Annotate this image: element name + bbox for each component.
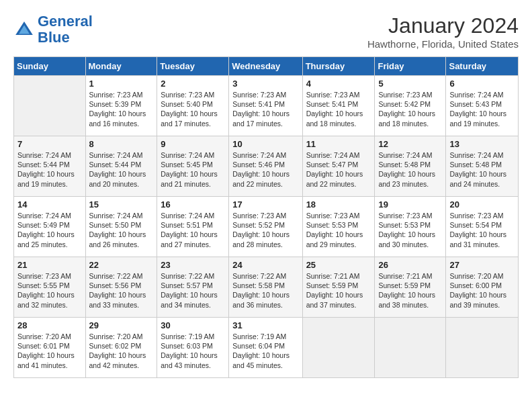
calendar-cell: 19Sunrise: 7:23 AMSunset: 5:53 PMDayligh… [375, 197, 446, 257]
calendar-cell: 26Sunrise: 7:21 AMSunset: 5:59 PMDayligh… [375, 257, 446, 318]
logo-icon [13, 19, 35, 40]
title-area: January 2024 Hawthorne, Florida, United … [367, 13, 519, 50]
day-info: Sunrise: 7:23 AMSunset: 5:55 PMDaylight:… [17, 271, 82, 310]
day-number: 5 [378, 79, 442, 89]
day-number: 6 [449, 79, 515, 89]
weekday-header-thursday: Thursday [302, 57, 375, 76]
day-number: 25 [306, 260, 371, 270]
calendar-cell: 5Sunrise: 7:23 AMSunset: 5:42 PMDaylight… [375, 76, 446, 136]
weekday-header-tuesday: Tuesday [157, 57, 229, 76]
weekday-header-monday: Monday [85, 57, 157, 76]
calendar-cell [446, 318, 519, 378]
day-info: Sunrise: 7:20 AMSunset: 6:02 PMDaylight:… [89, 332, 154, 370]
day-info: Sunrise: 7:23 AMSunset: 5:42 PMDaylight:… [378, 90, 442, 128]
calendar-cell: 29Sunrise: 7:20 AMSunset: 6:02 PMDayligh… [85, 318, 157, 378]
calendar-cell: 11Sunrise: 7:24 AMSunset: 5:47 PMDayligh… [302, 136, 375, 197]
day-number: 26 [378, 260, 442, 270]
day-number: 16 [161, 199, 225, 210]
day-number: 24 [232, 260, 298, 270]
day-number: 31 [232, 320, 298, 330]
calendar-cell: 17Sunrise: 7:23 AMSunset: 5:52 PMDayligh… [229, 197, 302, 257]
day-info: Sunrise: 7:22 AMSunset: 5:56 PMDaylight:… [89, 271, 154, 310]
day-info: Sunrise: 7:20 AMSunset: 6:01 PMDaylight:… [17, 332, 82, 370]
day-info: Sunrise: 7:23 AMSunset: 5:53 PMDaylight:… [306, 211, 371, 249]
day-info: Sunrise: 7:24 AMSunset: 5:44 PMDaylight:… [89, 150, 154, 189]
day-info: Sunrise: 7:22 AMSunset: 5:58 PMDaylight:… [232, 271, 298, 310]
calendar-cell: 14Sunrise: 7:24 AMSunset: 5:49 PMDayligh… [14, 197, 86, 257]
day-info: Sunrise: 7:24 AMSunset: 5:48 PMDaylight:… [378, 150, 442, 189]
calendar-cell: 15Sunrise: 7:24 AMSunset: 5:50 PMDayligh… [85, 197, 157, 257]
day-number: 30 [161, 320, 225, 330]
day-number: 29 [89, 320, 154, 330]
calendar-table: SundayMondayTuesdayWednesdayThursdayFrid… [13, 56, 519, 378]
day-info: Sunrise: 7:24 AMSunset: 5:46 PMDaylight:… [232, 150, 298, 189]
calendar-cell: 30Sunrise: 7:19 AMSunset: 6:03 PMDayligh… [157, 318, 229, 378]
calendar-cell: 2Sunrise: 7:23 AMSunset: 5:40 PMDaylight… [157, 76, 229, 136]
day-info: Sunrise: 7:24 AMSunset: 5:50 PMDaylight:… [89, 211, 154, 249]
weekday-header-sunday: Sunday [14, 57, 86, 76]
week-row-4: 21Sunrise: 7:23 AMSunset: 5:55 PMDayligh… [14, 257, 519, 318]
day-info: Sunrise: 7:24 AMSunset: 5:51 PMDaylight:… [161, 211, 225, 249]
logo: General Blue [13, 13, 93, 46]
calendar-cell: 7Sunrise: 7:24 AMSunset: 5:44 PMDaylight… [14, 136, 86, 197]
day-info: Sunrise: 7:22 AMSunset: 5:57 PMDaylight:… [161, 271, 225, 310]
day-info: Sunrise: 7:21 AMSunset: 5:59 PMDaylight:… [378, 271, 442, 310]
logo-text: General Blue [38, 13, 93, 46]
calendar-cell: 25Sunrise: 7:21 AMSunset: 5:59 PMDayligh… [302, 257, 375, 318]
day-info: Sunrise: 7:24 AMSunset: 5:49 PMDaylight:… [17, 211, 82, 249]
day-number: 3 [232, 79, 298, 89]
calendar-cell: 13Sunrise: 7:24 AMSunset: 5:48 PMDayligh… [446, 136, 519, 197]
day-info: Sunrise: 7:24 AMSunset: 5:47 PMDaylight:… [306, 150, 371, 189]
calendar-cell: 27Sunrise: 7:20 AMSunset: 6:00 PMDayligh… [446, 257, 519, 318]
day-number: 10 [232, 139, 298, 149]
week-row-1: 1Sunrise: 7:23 AMSunset: 5:39 PMDaylight… [14, 76, 519, 136]
week-row-3: 14Sunrise: 7:24 AMSunset: 5:49 PMDayligh… [14, 197, 519, 257]
day-info: Sunrise: 7:23 AMSunset: 5:41 PMDaylight:… [232, 90, 298, 128]
week-row-5: 28Sunrise: 7:20 AMSunset: 6:01 PMDayligh… [14, 318, 519, 378]
day-info: Sunrise: 7:24 AMSunset: 5:44 PMDaylight:… [17, 150, 82, 189]
day-number: 17 [232, 199, 298, 210]
weekday-header-friday: Friday [375, 57, 446, 76]
calendar-cell: 12Sunrise: 7:24 AMSunset: 5:48 PMDayligh… [375, 136, 446, 197]
calendar-cell: 3Sunrise: 7:23 AMSunset: 5:41 PMDaylight… [229, 76, 302, 136]
calendar-cell: 22Sunrise: 7:22 AMSunset: 5:56 PMDayligh… [85, 257, 157, 318]
day-number: 22 [89, 260, 154, 270]
day-info: Sunrise: 7:23 AMSunset: 5:39 PMDaylight:… [89, 90, 154, 128]
day-info: Sunrise: 7:23 AMSunset: 5:52 PMDaylight:… [232, 211, 298, 249]
day-number: 8 [89, 139, 154, 149]
day-number: 21 [17, 260, 82, 270]
day-info: Sunrise: 7:23 AMSunset: 5:41 PMDaylight:… [306, 90, 371, 128]
day-info: Sunrise: 7:24 AMSunset: 5:43 PMDaylight:… [449, 90, 515, 128]
calendar-subtitle: Hawthorne, Florida, United States [367, 38, 519, 50]
calendar-cell [302, 318, 375, 378]
calendar-cell: 4Sunrise: 7:23 AMSunset: 5:41 PMDaylight… [302, 76, 375, 136]
calendar-cell: 23Sunrise: 7:22 AMSunset: 5:57 PMDayligh… [157, 257, 229, 318]
day-info: Sunrise: 7:19 AMSunset: 6:03 PMDaylight:… [161, 332, 225, 370]
day-number: 18 [306, 199, 371, 210]
day-number: 4 [306, 79, 371, 89]
day-number: 20 [449, 199, 515, 210]
calendar-cell: 1Sunrise: 7:23 AMSunset: 5:39 PMDaylight… [85, 76, 157, 136]
calendar-cell: 18Sunrise: 7:23 AMSunset: 5:53 PMDayligh… [302, 197, 375, 257]
day-number: 23 [161, 260, 225, 270]
weekday-header-wednesday: Wednesday [229, 57, 302, 76]
day-number: 11 [306, 139, 371, 149]
day-number: 27 [449, 260, 515, 270]
day-number: 9 [161, 139, 225, 149]
day-number: 19 [378, 199, 442, 210]
day-info: Sunrise: 7:21 AMSunset: 5:59 PMDaylight:… [306, 271, 371, 310]
calendar-cell: 6Sunrise: 7:24 AMSunset: 5:43 PMDaylight… [446, 76, 519, 136]
logo-line1: General [38, 13, 93, 30]
calendar-cell: 16Sunrise: 7:24 AMSunset: 5:51 PMDayligh… [157, 197, 229, 257]
day-info: Sunrise: 7:20 AMSunset: 6:00 PMDaylight:… [449, 271, 515, 310]
day-info: Sunrise: 7:23 AMSunset: 5:40 PMDaylight:… [161, 90, 225, 128]
calendar-cell: 28Sunrise: 7:20 AMSunset: 6:01 PMDayligh… [14, 318, 86, 378]
header: General Blue January 2024 Hawthorne, Flo… [13, 13, 519, 50]
day-info: Sunrise: 7:23 AMSunset: 5:54 PMDaylight:… [449, 211, 515, 249]
calendar-cell: 31Sunrise: 7:19 AMSunset: 6:04 PMDayligh… [229, 318, 302, 378]
week-row-2: 7Sunrise: 7:24 AMSunset: 5:44 PMDaylight… [14, 136, 519, 197]
calendar-cell [14, 76, 86, 136]
day-number: 7 [17, 139, 82, 149]
day-info: Sunrise: 7:24 AMSunset: 5:48 PMDaylight:… [449, 150, 515, 189]
day-number: 2 [161, 79, 225, 89]
